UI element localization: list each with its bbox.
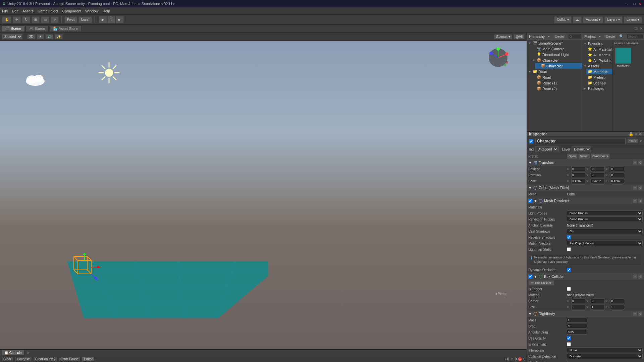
hierarchy-search[interactable]: [568, 34, 582, 39]
dynamic-occluded-checkbox[interactable]: [567, 268, 571, 272]
center-y[interactable]: [591, 299, 605, 303]
preferb-item[interactable]: 📁 Preferb: [586, 74, 612, 80]
materials-item[interactable]: 📁 Materials: [586, 69, 612, 74]
close-btn[interactable]: ✕: [638, 2, 641, 6]
bc-icon2[interactable]: ⚙: [638, 274, 643, 279]
drag-input[interactable]: [567, 324, 587, 328]
prefab-overrides-btn[interactable]: Overrides ▾: [591, 154, 610, 159]
inspector-menu-btn[interactable]: ≡: [635, 132, 637, 136]
menu-edit[interactable]: Edit: [12, 9, 18, 13]
asset-item-roadcolor[interactable]: roadcolor: [614, 46, 633, 69]
edit-collider-btn[interactable]: ✏ Edit Collider: [528, 280, 554, 286]
center-z[interactable]: [610, 299, 624, 303]
position-z[interactable]: [610, 167, 624, 171]
motion-vectors-dropdown[interactable]: Per Object Motion: [567, 241, 643, 246]
scale-x[interactable]: [571, 179, 585, 183]
scale-z[interactable]: [610, 179, 624, 183]
tab-scene[interactable]: 🎬 Scene: [1, 25, 25, 32]
local-btn[interactable]: Local: [78, 16, 92, 23]
hierarchy-item-dir-light[interactable]: 💡 Directional Light: [531, 52, 582, 57]
hierarchy-item-character-child[interactable]: 📦 Character: [535, 63, 582, 69]
scene-view[interactable]: ◄Persp: [0, 41, 527, 349]
constraints-expand[interactable]: ▶: [567, 361, 570, 362]
audio-btn[interactable]: 🔊: [45, 34, 53, 39]
all-prefabs-item[interactable]: ⭐ All Prefabs: [586, 58, 612, 63]
hierarchy-item-character-parent[interactable]: ▼ 📦 Character: [531, 57, 582, 63]
project-search-btn[interactable]: 🔍: [619, 34, 624, 39]
all-models-item[interactable]: ⭐ All Models: [586, 52, 612, 58]
scale-tool[interactable]: ⊞: [32, 16, 40, 23]
reflection-probes-dropdown[interactable]: Blend Probes: [567, 217, 643, 222]
gizmos-btn[interactable]: Gizmos ▾: [494, 34, 512, 39]
box-collider-header[interactable]: ▼ ⬡ Box Collider ? ⚙: [527, 273, 644, 280]
tab-asset-store[interactable]: 🏪 Asset Store: [49, 25, 81, 32]
bc-icon1[interactable]: ?: [633, 274, 637, 279]
packages-item[interactable]: ▶ Packages: [582, 86, 612, 91]
transform-tool[interactable]: ⊹: [51, 16, 59, 23]
inspector-close-btn[interactable]: ✕: [639, 132, 642, 136]
hierarchy-item-road-1[interactable]: 📦 Road (1): [531, 80, 582, 86]
collapse-btn[interactable]: Collapse: [15, 357, 32, 362]
is-trigger-checkbox[interactable]: [567, 287, 571, 291]
position-x[interactable]: [571, 167, 585, 171]
collision-detection-dropdown[interactable]: Discrete: [567, 354, 643, 359]
project-create-btn[interactable]: Create: [604, 34, 616, 39]
play-btn[interactable]: ▶: [99, 16, 107, 23]
cloud-btn[interactable]: ☁: [573, 16, 582, 23]
size-z[interactable]: [610, 305, 624, 309]
editor-btn[interactable]: Editor: [82, 357, 95, 362]
receive-shadows-checkbox[interactable]: [567, 235, 571, 239]
rotation-x[interactable]: [571, 173, 585, 177]
center-x[interactable]: [571, 299, 585, 303]
rb-icon2[interactable]: ⚙: [638, 311, 643, 316]
fx-btn[interactable]: ✨: [55, 34, 63, 39]
hierarchy-item-road[interactable]: 📦 Road: [531, 74, 582, 80]
size-y[interactable]: [591, 305, 605, 309]
2d-btn[interactable]: 2D: [27, 34, 36, 39]
shading-dropdown[interactable]: Shaded: [2, 34, 22, 40]
clear-btn[interactable]: Clear: [1, 357, 13, 362]
hand-tool[interactable]: ✋: [2, 16, 11, 23]
rb-icon1[interactable]: ?: [633, 311, 637, 316]
mr-active-checkbox[interactable]: [528, 199, 532, 203]
mass-input[interactable]: [567, 318, 587, 322]
tab-game[interactable]: 🎮 Game: [25, 25, 49, 32]
menu-window[interactable]: Window: [85, 9, 98, 13]
lightmap-static-checkbox[interactable]: [567, 247, 571, 251]
hierarchy-item-road-root[interactable]: ▼ 📁 Road: [527, 69, 582, 74]
menu-help[interactable]: Help: [102, 9, 110, 13]
prefab-open-btn[interactable]: Open: [567, 154, 578, 159]
inspector-lock-btn[interactable]: 🔒: [629, 132, 634, 136]
menu-component[interactable]: Component: [62, 9, 81, 13]
project-search[interactable]: [627, 34, 643, 39]
move-tool[interactable]: ✛: [13, 16, 21, 23]
hierarchy-item-main-camera[interactable]: 📷 Main Camera: [531, 46, 582, 52]
rigidbody-header[interactable]: ▼ ⬡ Rigidbody ? ⚙: [527, 310, 644, 317]
maximize-btn[interactable]: □: [633, 2, 636, 6]
layer-dropdown[interactable]: Default: [572, 146, 591, 152]
maximize-scene-btn[interactable]: ⊡: [635, 26, 638, 31]
mesh-renderer-header[interactable]: ▼ ⬡ Mesh Renderer ? ⚙: [527, 197, 644, 204]
pivot-btn[interactable]: Pivot: [64, 16, 77, 23]
step-btn[interactable]: ⏭: [116, 16, 124, 23]
transform-icon1[interactable]: ?: [633, 160, 637, 165]
assets-item[interactable]: ▼ Assets: [582, 63, 612, 69]
console-tab[interactable]: 📋 Console: [1, 350, 24, 356]
close-scene-btn[interactable]: ✕: [640, 26, 643, 31]
tag-dropdown[interactable]: Untagged: [535, 146, 558, 152]
angular-drag-input[interactable]: [567, 330, 587, 335]
light-probes-dropdown[interactable]: Blend Probes: [567, 210, 643, 216]
use-gravity-checkbox[interactable]: [567, 336, 571, 340]
layers-btn[interactable]: Layers ▾: [604, 16, 623, 23]
static-dropdown[interactable]: ▾: [640, 139, 642, 143]
transform-header[interactable]: ▼ ⊞ Transform ? ⚙: [527, 159, 644, 166]
character-name-input[interactable]: [535, 138, 626, 144]
pause-btn[interactable]: ⏸: [107, 16, 115, 23]
rotation-y[interactable]: [591, 173, 605, 177]
rotation-z[interactable]: [610, 173, 624, 177]
close-console-btn[interactable]: ✕: [26, 351, 30, 355]
character-active-checkbox[interactable]: [529, 139, 533, 143]
rotate-tool[interactable]: ↻: [22, 16, 30, 23]
mf-icon2[interactable]: ⚙: [638, 185, 643, 190]
scale-y[interactable]: [591, 179, 605, 183]
